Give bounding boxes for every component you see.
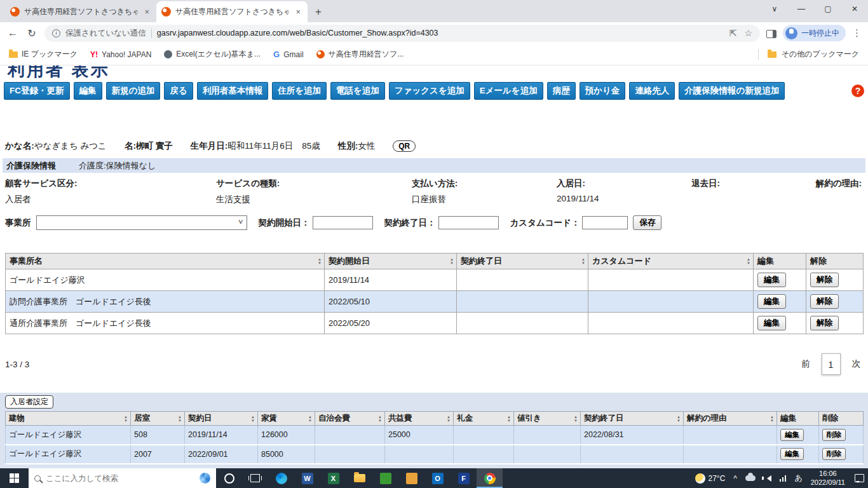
col-office-name[interactable]: 事業所名 — [6, 254, 325, 269]
col-contract-end[interactable]: 契約終了日 — [457, 254, 588, 269]
task-view-button[interactable] — [242, 468, 268, 488]
save-button[interactable]: 保存 — [633, 215, 661, 230]
taskbar-search-input[interactable] — [46, 474, 194, 483]
col-association-fee[interactable]: 自治会費 — [315, 412, 385, 426]
sort-icon[interactable] — [581, 257, 585, 265]
profile-chip[interactable]: 一時停止中 — [783, 25, 846, 41]
word-button[interactable]: W — [294, 468, 320, 488]
outlook-button[interactable]: O — [424, 468, 451, 488]
edit-button[interactable]: 編集 — [74, 82, 102, 100]
col-contract-start[interactable]: 契約開始日 — [325, 254, 457, 269]
resident-settings-button[interactable]: 入居者設定 — [5, 395, 53, 409]
sort-icon[interactable] — [507, 415, 511, 423]
add-care-insurance-button[interactable]: 介護保険情報の新規追加 — [679, 82, 785, 100]
next-page-link[interactable]: 次 — [852, 358, 861, 370]
col-common-fee[interactable]: 共益費 — [385, 412, 454, 426]
col-contract-date[interactable]: 契約日 — [185, 412, 258, 426]
action-center-icon[interactable] — [855, 474, 864, 482]
bookmark-ie-folder[interactable]: IE ブックマーク — [9, 49, 78, 60]
bookmark-excel[interactable]: Excel(エクセル)基本ま... — [164, 49, 261, 60]
row-delete-button[interactable]: 削除 — [822, 448, 846, 460]
sort-icon[interactable] — [574, 415, 578, 423]
row-edit-button[interactable]: 編集 — [757, 316, 786, 330]
custom-code-input[interactable] — [582, 216, 628, 229]
row-remove-button[interactable]: 解除 — [810, 273, 839, 287]
medical-history-button[interactable]: 病歴 — [547, 82, 576, 100]
share-icon[interactable]: ⇱ — [729, 28, 737, 38]
weather-widget[interactable]: 27°C — [695, 473, 726, 484]
sort-icon[interactable] — [447, 415, 451, 423]
sort-icon[interactable] — [747, 257, 750, 265]
help-button[interactable]: ? — [851, 85, 864, 97]
row-edit-button[interactable]: 編集 — [780, 429, 804, 441]
close-tab-icon[interactable]: × — [294, 7, 302, 17]
fc-register-button[interactable]: FC登録・更新 — [4, 82, 70, 100]
reload-icon[interactable]: ↻ — [25, 27, 38, 39]
add-address-button[interactable]: 住所を追加 — [272, 82, 327, 100]
deposit-button[interactable]: 預かり金 — [580, 82, 626, 100]
row-edit-button[interactable]: 編集 — [780, 448, 804, 460]
close-tab-icon[interactable]: × — [142, 7, 151, 17]
qr-button[interactable]: QR — [393, 140, 416, 152]
sort-icon[interactable] — [124, 415, 128, 423]
volume-icon[interactable] — [764, 475, 771, 482]
minimize-button[interactable]: — — [788, 0, 815, 18]
side-panel-icon[interactable] — [766, 30, 776, 38]
contract-end-input[interactable] — [438, 216, 499, 229]
prev-page-link[interactable]: 前 — [801, 358, 810, 370]
sort-icon[interactable] — [677, 415, 681, 423]
sort-icon[interactable] — [251, 415, 255, 423]
green-app-button[interactable] — [372, 468, 398, 488]
sort-icon[interactable] — [178, 415, 182, 423]
excel-button[interactable]: X — [320, 468, 346, 488]
maximize-button[interactable]: ▢ — [815, 0, 841, 18]
cortana-button[interactable] — [216, 468, 242, 488]
add-fax-button[interactable]: ファックスを追加 — [389, 82, 470, 100]
onedrive-icon[interactable] — [745, 475, 756, 481]
col-building[interactable]: 建物 — [6, 412, 131, 426]
page-number-button[interactable]: 1 — [822, 353, 841, 375]
ime-indicator[interactable]: あ — [794, 473, 802, 484]
sort-icon[interactable] — [770, 415, 774, 423]
hidden-icons-chevron[interactable]: ^ — [733, 474, 737, 483]
file-explorer-button[interactable] — [346, 468, 372, 488]
other-bookmarks[interactable]: その他のブックマーク — [758, 49, 859, 60]
start-button[interactable] — [0, 468, 29, 488]
add-email-button[interactable]: Eメールを追加 — [474, 82, 543, 100]
new-tab-button[interactable]: + — [308, 6, 329, 22]
bookmark-yahoo[interactable]: Y! Yahoo! JAPAN — [90, 50, 151, 59]
col-discount[interactable]: 値引き — [514, 412, 581, 426]
row-delete-button[interactable]: 削除 — [822, 429, 846, 441]
col-custom-code[interactable]: カスタムコード — [588, 254, 754, 269]
row-edit-button[interactable]: 編集 — [757, 294, 786, 309]
row-remove-button[interactable]: 解除 — [810, 294, 839, 309]
sort-icon[interactable] — [378, 415, 382, 423]
bookmark-satsuki[interactable]: サ高住専用経営ソフ... — [316, 49, 404, 60]
chrome-button[interactable] — [477, 468, 503, 488]
office-select[interactable] — [36, 215, 247, 230]
bookmark-star-icon[interactable]: ☆ — [744, 28, 752, 38]
col-room[interactable]: 居室 — [131, 412, 185, 426]
contract-start-input[interactable] — [313, 216, 373, 229]
url-text[interactable]: gasrv.japanwest.cloudapp.azure.com/web/B… — [157, 29, 724, 37]
network-icon[interactable] — [780, 475, 787, 482]
contact-person-button[interactable]: 連絡先人 — [629, 82, 675, 100]
col-rent[interactable]: 家賃 — [258, 412, 315, 426]
col-cancel-reason[interactable]: 解約の理由 — [684, 412, 777, 426]
omnibox[interactable]: i 保護されていない通信 gasrv.japanwest.cloudapp.az… — [44, 25, 760, 42]
info-icon[interactable]: i — [52, 29, 60, 37]
sort-icon[interactable] — [450, 257, 454, 265]
sort-icon[interactable] — [308, 415, 312, 423]
blue-app-button[interactable]: F — [451, 468, 477, 488]
back-icon[interactable]: ← — [6, 27, 19, 39]
clock[interactable]: 16:06 2022/09/11 — [811, 470, 845, 487]
user-basic-info-button[interactable]: 利用者基本情報 — [197, 82, 269, 100]
tab-search-chevron-icon[interactable]: ∨ — [761, 0, 788, 18]
col-contract-end[interactable]: 契約終了日 — [581, 412, 684, 426]
edge-button[interactable] — [268, 468, 294, 488]
browser-tab-2-active[interactable]: サ高住専用経営ソフトさつきちゃん × — [156, 1, 308, 22]
col-key-money[interactable]: 礼金 — [454, 412, 514, 426]
sort-icon[interactable] — [318, 257, 322, 265]
row-remove-button[interactable]: 解除 — [810, 316, 839, 330]
row-edit-button[interactable]: 編集 — [757, 273, 786, 287]
